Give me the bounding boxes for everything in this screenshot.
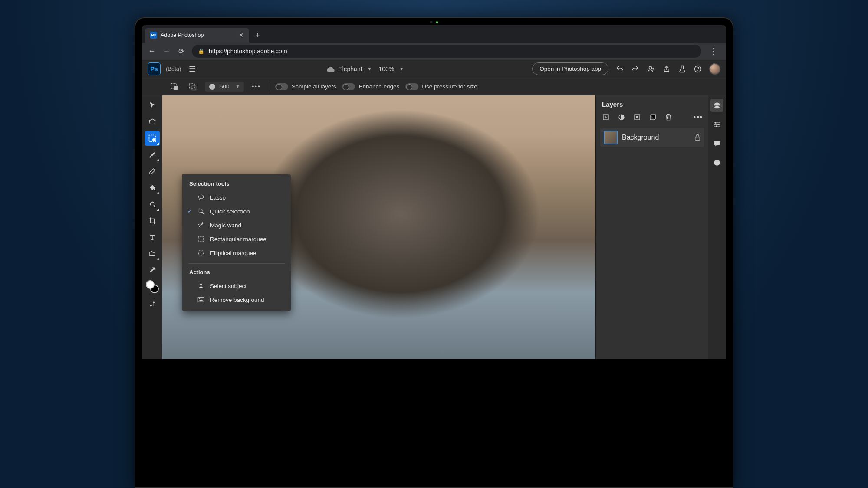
svg-point-13 [200,284,202,286]
toggle-switch[interactable] [342,83,355,90]
photoshop-favicon: Ps [150,32,157,39]
clone-tool[interactable] [145,197,160,212]
move-tool[interactable] [145,98,160,113]
option-label: Enhance edges [358,83,399,90]
flyout-section-header: Selection tools [182,179,291,190]
redo-button[interactable] [631,65,640,73]
properties-rail-icon[interactable] [710,118,723,131]
open-in-app-button[interactable]: Open in Photoshop app [532,62,608,75]
rectangular-marquee-tool-item[interactable]: Rectangular marquee [182,232,291,246]
layer-mask-button[interactable] [633,113,641,121]
zoom-dropdown[interactable]: 100% ▼ [379,66,404,72]
svg-point-2 [697,70,698,71]
svg-point-0 [649,66,652,69]
svg-rect-26 [717,162,717,164]
layers-panel: Layers [595,95,708,359]
user-avatar[interactable] [709,63,720,75]
chevron-down-icon: ▼ [236,84,240,89]
options-bar: 500 ▼ ••• Sample all layers Enhance edge… [142,78,726,95]
selection-tool[interactable] [145,131,160,146]
color-swatches[interactable] [146,280,159,293]
layers-more-button[interactable]: ••• [694,113,702,121]
document-name-dropdown[interactable]: Elephant ▼ [327,66,372,72]
undo-button[interactable] [615,65,624,73]
photoshop-logo[interactable]: Ps [148,62,161,75]
select-subject-action[interactable]: Select subject [182,279,291,293]
document-name: Elephant [338,66,362,72]
quick-selection-tool-item[interactable]: Quick selection [182,204,291,218]
toggle-switch[interactable] [275,83,288,90]
beaker-icon[interactable] [678,65,687,73]
invite-icon[interactable] [647,65,655,73]
brush-size-selector[interactable]: 500 ▼ [205,82,244,92]
browser-tab-strip: Ps Adobe Photoshop ✕ + [142,25,726,43]
delete-layer-button[interactable] [664,113,672,121]
layer-row[interactable]: Background [600,128,704,147]
chevron-down-icon: ▼ [399,66,404,71]
foreground-color-swatch[interactable] [146,280,155,289]
lasso-tool-item[interactable]: Lasso [182,190,291,204]
add-selection-icon[interactable] [168,81,181,93]
main-area: Selection tools Lasso Quick selection Ma… [142,95,726,359]
url-text: https://photoshop.adobe.com [209,48,287,55]
main-menu-button[interactable]: ☰ [186,62,198,75]
svg-point-15 [199,298,200,299]
lock-icon: 🔒 [198,48,204,54]
swap-colors-button[interactable] [145,297,160,311]
browser-menu-button[interactable]: ⋮ [707,46,720,56]
svg-rect-11 [198,236,204,242]
brush-tool[interactable] [145,147,160,162]
chevron-down-icon: ▼ [368,66,372,71]
close-tab-button[interactable]: ✕ [239,32,244,39]
brush-preview-icon [209,84,215,90]
transform-tool[interactable] [145,115,160,129]
help-icon[interactable] [694,65,702,73]
eraser-tool[interactable] [145,164,160,179]
svg-point-24 [716,125,717,127]
shape-tool[interactable] [145,246,160,261]
flyout-item-label: Remove background [210,297,264,303]
svg-point-12 [198,250,204,255]
brush-size-value: 500 [220,83,230,90]
layers-rail-icon[interactable] [710,99,723,112]
flyout-item-label: Lasso [210,194,226,201]
flyout-item-label: Elliptical marquee [210,250,256,256]
beta-label: (Beta) [166,66,181,72]
lock-icon[interactable] [694,134,700,141]
share-icon[interactable] [662,65,671,73]
back-button[interactable]: ← [148,47,156,56]
option-label: Use pressure for size [422,83,477,90]
toggle-switch[interactable] [405,83,418,90]
canvas-area[interactable]: Selection tools Lasso Quick selection Ma… [162,95,595,359]
forward-button[interactable]: → [162,47,171,56]
new-tab-button[interactable]: + [249,28,266,43]
adjustment-layer-button[interactable] [618,113,625,121]
enhance-edges-toggle[interactable]: Enhance edges [342,83,399,90]
svg-point-23 [718,124,719,125]
more-options-button[interactable]: ••• [250,83,262,90]
address-bar[interactable]: 🔒 https://photoshop.adobe.com [192,45,701,58]
tab-title: Adobe Photoshop [161,32,204,38]
flyout-item-label: Select subject [210,283,247,289]
add-layer-button[interactable] [602,113,610,121]
eyedropper-tool[interactable] [145,263,160,278]
magic-wand-tool-item[interactable]: Magic wand [182,218,291,232]
svg-point-27 [717,160,717,161]
reload-button[interactable]: ⟳ [177,47,186,56]
type-tool[interactable] [145,230,160,245]
layer-name: Background [622,134,659,141]
info-rail-icon[interactable] [710,156,723,169]
browser-tab[interactable]: Ps Adobe Photoshop ✕ [145,28,249,43]
comments-rail-icon[interactable] [710,137,723,150]
subtract-selection-icon[interactable] [187,81,199,93]
cloud-icon [327,66,335,72]
fill-tool[interactable] [145,180,160,195]
selection-tools-flyout: Selection tools Lasso Quick selection Ma… [182,174,291,311]
use-pressure-toggle[interactable]: Use pressure for size [405,83,477,90]
layer-group-button[interactable] [649,113,657,121]
divider [269,81,269,92]
crop-tool[interactable] [145,213,160,228]
sample-all-layers-toggle[interactable]: Sample all layers [275,83,336,90]
elliptical-marquee-tool-item[interactable]: Elliptical marquee [182,246,291,260]
remove-background-action[interactable]: Remove background [182,293,291,307]
